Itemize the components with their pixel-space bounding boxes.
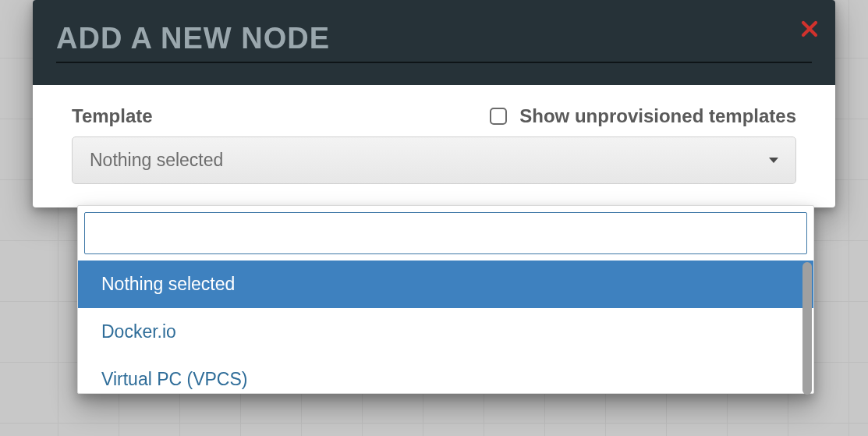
template-option-vpcs[interactable]: Virtual PC (VPCS) — [84, 356, 807, 393]
template-select-toggle[interactable]: Nothing selected — [72, 136, 796, 184]
template-label: Template — [72, 105, 153, 127]
caret-down-icon — [769, 158, 778, 163]
close-icon[interactable] — [801, 20, 818, 37]
unprovisioned-checkbox-wrap: Show unprovisioned templates — [490, 105, 796, 127]
modal-header: ADD A NEW NODE — [33, 0, 835, 85]
dropdown-scrollbar[interactable] — [801, 261, 813, 393]
template-option-nothing-selected[interactable]: Nothing selected — [78, 261, 813, 308]
template-search-input[interactable] — [84, 212, 807, 254]
template-select-value: Nothing selected — [90, 150, 223, 171]
dropdown-scrollbar-thumb[interactable] — [802, 262, 812, 395]
unprovisioned-checkbox[interactable] — [490, 108, 507, 125]
modal-title: ADD A NEW NODE — [56, 22, 812, 63]
template-field-row: Template Show unprovisioned templates — [72, 105, 796, 127]
add-node-modal: ADD A NEW NODE Template Show unprovision… — [33, 0, 835, 207]
template-option-docker[interactable]: Docker.io — [84, 308, 807, 356]
modal-body: Template Show unprovisioned templates No… — [33, 85, 835, 207]
template-option-list: Nothing selected Docker.io Virtual PC (V… — [84, 261, 807, 393]
template-dropdown-panel: Nothing selected Docker.io Virtual PC (V… — [77, 205, 814, 394]
unprovisioned-checkbox-label: Show unprovisioned templates — [519, 105, 796, 127]
